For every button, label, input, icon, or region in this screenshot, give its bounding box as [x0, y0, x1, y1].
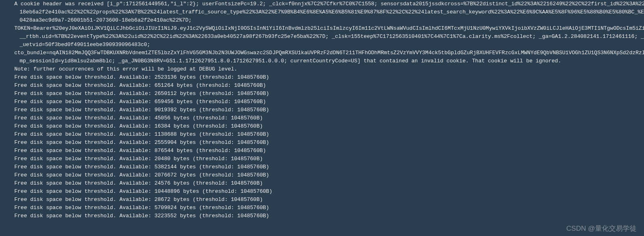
log-line-disk: Free disk space below threshold. Availab… — [0, 171, 644, 179]
log-line-disk: Free disk space below threshold. Availab… — [0, 196, 644, 204]
log-line: __rtbh.uid=%7B%22eventType%22%3A%22uid%2… — [0, 33, 644, 41]
log-line: mp_sessionId=yid8mlsu2abm8blc; _ga_JN0BG… — [0, 57, 644, 65]
log-line-disk: Free disk space below threshold. Availab… — [0, 155, 644, 163]
log-line-disk: Free disk space below threshold. Availab… — [0, 98, 644, 106]
log-line-disk: Free disk space below threshold. Availab… — [0, 130, 644, 139]
log-line-disk: Free disk space below threshold. Availab… — [0, 73, 644, 82]
log-line-disk: Free disk space below threshold. Availab… — [0, 106, 644, 114]
log-note: Note: further occurrences of this error … — [0, 65, 644, 73]
log-line: TOKEN=Bearer%20eyJ0eXAiOiJKV1QiLCJhbGciO… — [0, 24, 644, 33]
log-line-disk: Free disk space below threshold. Availab… — [0, 122, 644, 130]
log-line: _uetvid=50f3bed0f49011eebe390939096483c0… — [0, 41, 644, 49]
log-output: A cookie header was received [i_p":17125… — [0, 0, 644, 220]
log-line: 0428aa3ec9d9a7-26001b51-2073600-18eb6a2f… — [0, 16, 644, 24]
log-line-disk: Free disk space below threshold. Availab… — [0, 82, 644, 90]
log-line-disk: Free disk space below threshold. Availab… — [0, 147, 644, 155]
log-line-disk: Free disk space below threshold. Availab… — [0, 114, 644, 122]
log-line-disk: Free disk space below threshold. Availab… — [0, 163, 644, 171]
log-line-disk: Free disk space below threshold. Availab… — [0, 187, 644, 196]
log-line: A cookie header was received [i_p":17125… — [0, 0, 644, 8]
watermark: CSDN @量化交易学徒 — [566, 225, 637, 233]
log-line: 18eb6a2f2e410ac%22%2C%22props%22%3A%7B%2… — [0, 8, 644, 16]
disk-warnings-block: Free disk space below threshold. Availab… — [0, 73, 644, 220]
log-line-disk: Free disk space below threshold. Availab… — [0, 90, 644, 98]
log-line-disk: Free disk space below threshold. Availab… — [0, 204, 644, 212]
log-line-disk: Free disk space below threshold. Availab… — [0, 139, 644, 147]
log-line-disk: Free disk space below threshold. Availab… — [0, 212, 644, 220]
log-line-disk: Free disk space below threshold. Availab… — [0, 179, 644, 187]
log-line: cto_bundle=nqAIN182MmJQQ3FwTDBKUXNRbVdne… — [0, 49, 644, 57]
